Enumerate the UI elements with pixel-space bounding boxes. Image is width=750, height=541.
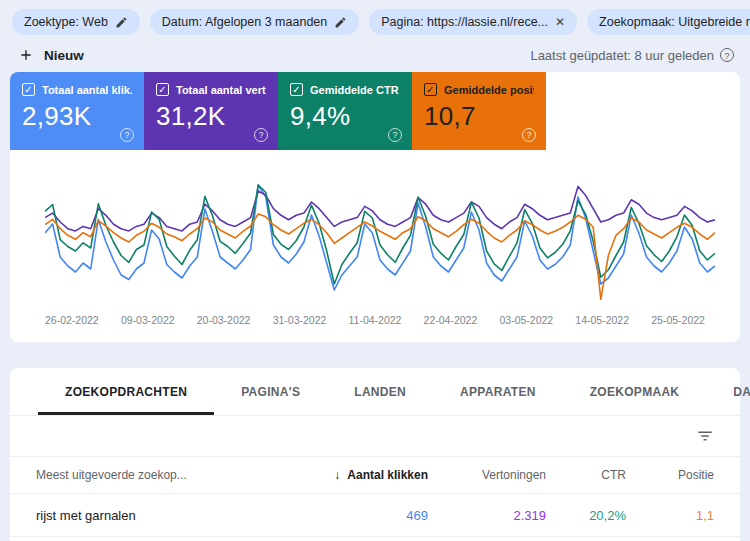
- impressions-cell: 2.319: [428, 508, 546, 523]
- card-average-ctr[interactable]: ✓ Gemiddelde CTR 9,4% ?: [278, 72, 412, 150]
- ctr-cell: 20,2%: [546, 508, 626, 523]
- edit-pencil-icon[interactable]: [115, 16, 128, 29]
- dimensions-table-panel: ZOEKOPDRACHTEN PAGINA'S LANDEN APPARATEN…: [10, 368, 740, 541]
- help-icon[interactable]: ?: [522, 128, 536, 142]
- x-tick: 26-02-2022: [45, 314, 99, 326]
- card-label: Gemiddelde CTR: [310, 84, 399, 96]
- new-filter-label: Nieuw: [44, 48, 84, 63]
- chip-zoekopmaak[interactable]: Zoekopmaak: Uitgebreide r... ✕: [587, 9, 750, 35]
- column-header-clicks[interactable]: ↓ Aantal klikken: [308, 468, 428, 482]
- column-header-query[interactable]: Meest uitgevoerde zoekop...: [36, 468, 308, 482]
- card-value: 10,7: [424, 101, 534, 132]
- plus-icon: [18, 47, 34, 63]
- toolbar: Nieuw Laatst geüpdatet: 8 uur geleden ?: [0, 35, 750, 72]
- card-value: 31,2K: [156, 101, 266, 132]
- chip-zoektype[interactable]: Zoektype: Web: [12, 9, 140, 35]
- column-header-position[interactable]: Positie: [626, 468, 714, 482]
- x-tick: 03-05-2022: [499, 314, 553, 326]
- edit-pencil-icon[interactable]: [334, 16, 347, 29]
- tab-apparaten[interactable]: APPARATEN: [433, 368, 563, 415]
- last-updated: Laatst geüpdatet: 8 uur geleden ?: [530, 48, 734, 63]
- x-tick: 14-05-2022: [575, 314, 629, 326]
- table-filter-row: [10, 416, 740, 457]
- clicks-cell: 469: [308, 508, 428, 523]
- column-header-clicks-label: Aantal klikken: [347, 468, 428, 482]
- card-average-position[interactable]: ✓ Gemiddelde positie 10,7 ?: [412, 72, 546, 150]
- chip-zoektype-label: Zoektype: Web: [24, 15, 108, 29]
- table-header-row: Meest uitgevoerde zoekop... ↓ Aantal kli…: [10, 457, 740, 494]
- help-icon[interactable]: ?: [388, 128, 402, 142]
- help-icon[interactable]: ?: [120, 128, 134, 142]
- card-total-impressions[interactable]: ✓ Totaal aantal vert... 31,2K ?: [144, 72, 278, 150]
- x-tick: 11-04-2022: [349, 314, 402, 326]
- card-label: Totaal aantal klik...: [42, 84, 132, 96]
- x-tick: 31-03-2022: [273, 314, 327, 326]
- chart-x-axis-labels: 26-02-2022 09-03-2022 20-03-2022 31-03-2…: [45, 314, 705, 326]
- x-tick: 20-03-2022: [197, 314, 251, 326]
- tab-zoekopdrachten[interactable]: ZOEKOPDRACHTEN: [38, 368, 214, 415]
- x-tick: 22-04-2022: [424, 314, 478, 326]
- card-value: 2,93K: [22, 101, 132, 132]
- dimension-tabs: ZOEKOPDRACHTEN PAGINA'S LANDEN APPARATEN…: [10, 368, 740, 416]
- chip-datum-label: Datum: Afgelopen 3 maanden: [162, 15, 327, 29]
- checkbox-checked-icon[interactable]: ✓: [156, 83, 169, 96]
- query-cell[interactable]: rijst met garnalen: [36, 508, 308, 523]
- checkbox-checked-icon[interactable]: ✓: [290, 83, 303, 96]
- chip-zoekopmaak-label: Zoekopmaak: Uitgebreide r...: [599, 15, 750, 29]
- line-chart-plot[interactable]: [45, 178, 715, 306]
- help-icon[interactable]: ?: [254, 128, 268, 142]
- metric-cards: ✓ Totaal aantal klik... 2,93K ? ✓ Totaal…: [10, 72, 740, 150]
- performance-chart-panel: ✓ Totaal aantal klik... 2,93K ? ✓ Totaal…: [10, 72, 740, 342]
- last-updated-text: Laatst geüpdatet: 8 uur geleden: [530, 48, 714, 63]
- filter-list-icon[interactable]: [696, 427, 714, 445]
- help-icon[interactable]: ?: [720, 48, 734, 62]
- x-tick: 09-03-2022: [121, 314, 175, 326]
- tab-paginas[interactable]: PAGINA'S: [214, 368, 327, 415]
- position-cell: 1,1: [626, 508, 714, 523]
- chip-pagina-label: Pagina: https://lassie.nl/rece...: [381, 15, 548, 29]
- checkbox-checked-icon[interactable]: ✓: [424, 83, 437, 96]
- remove-filter-icon[interactable]: ✕: [555, 16, 565, 28]
- filter-chips-row: Zoektype: Web Datum: Afgelopen 3 maanden…: [0, 0, 750, 35]
- card-total-clicks[interactable]: ✓ Totaal aantal klik... 2,93K ?: [10, 72, 144, 150]
- card-label: Gemiddelde positie: [444, 84, 534, 96]
- tab-zoekopmaak[interactable]: ZOEKOPMAAK: [563, 368, 707, 415]
- card-label: Totaal aantal vert...: [176, 84, 266, 96]
- chip-datum[interactable]: Datum: Afgelopen 3 maanden: [150, 9, 359, 35]
- tab-landen[interactable]: LANDEN: [327, 368, 433, 415]
- chip-pagina[interactable]: Pagina: https://lassie.nl/rece... ✕: [369, 9, 577, 35]
- search-console-performance-page: { "page": { "background": "#e9eef8" }, "…: [0, 0, 750, 541]
- traffic-chart: 26-02-2022 09-03-2022 20-03-2022 31-03-2…: [10, 150, 740, 342]
- table-row[interactable]: rijst met garnalen 469 2.319 20,2% 1,1: [10, 494, 740, 537]
- column-header-ctr[interactable]: CTR: [546, 468, 626, 482]
- tab-datums[interactable]: DATUMS: [706, 368, 750, 415]
- card-value: 9,4%: [290, 101, 400, 132]
- checkbox-checked-icon[interactable]: ✓: [22, 83, 35, 96]
- column-header-impressions[interactable]: Vertoningen: [428, 468, 546, 482]
- sort-desc-arrow-icon: ↓: [334, 468, 340, 482]
- x-tick: 25-05-2022: [651, 314, 705, 326]
- new-filter-button[interactable]: Nieuw: [18, 47, 84, 63]
